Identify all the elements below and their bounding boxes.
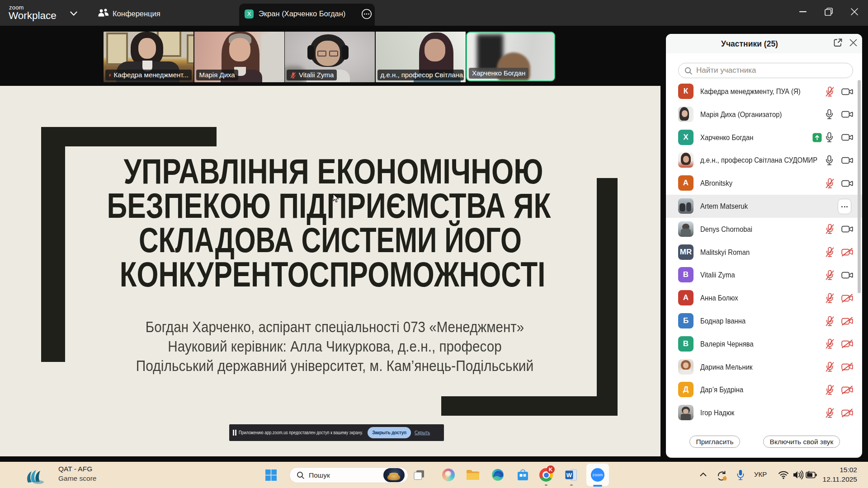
svg-text:W: W (566, 472, 572, 479)
